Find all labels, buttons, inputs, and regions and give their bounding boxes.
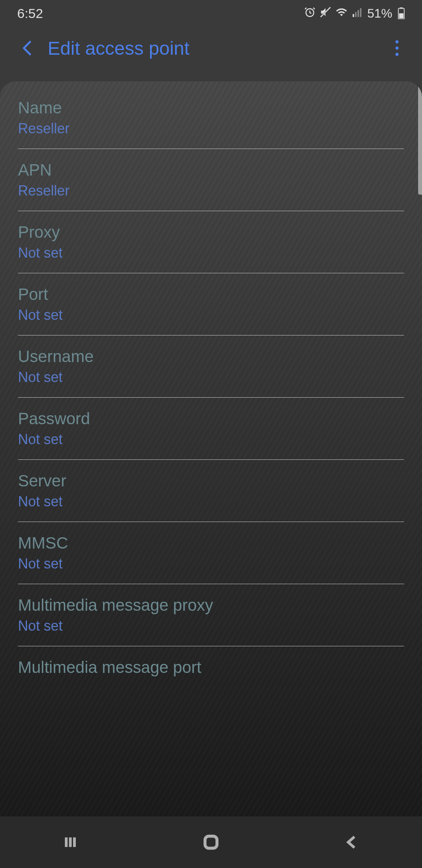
list-item-username[interactable]: UsernameNot set <box>18 335 404 398</box>
battery-percent: 51% <box>367 6 392 21</box>
item-label: Multimedia message port <box>18 658 404 677</box>
list-item-apn[interactable]: APNReseller <box>18 149 404 211</box>
mute-icon <box>320 6 331 21</box>
item-label: MMSC <box>18 534 404 552</box>
alarm-icon <box>304 6 316 21</box>
status-time: 6:52 <box>17 6 43 21</box>
item-label: Multimedia message proxy <box>18 596 404 615</box>
svg-point-10 <box>395 40 399 43</box>
list-item-name[interactable]: NameReseller <box>18 81 404 149</box>
item-label: Username <box>18 347 404 366</box>
svg-rect-3 <box>352 14 354 17</box>
signal-icon <box>352 6 363 21</box>
app-header: Edit access point <box>0 27 422 70</box>
svg-rect-9 <box>399 13 403 18</box>
item-value: Reseller <box>18 183 404 199</box>
item-value: Not set <box>18 369 404 386</box>
item-label: APN <box>18 161 404 179</box>
wifi-icon <box>335 6 348 21</box>
item-value: Reseller <box>18 120 404 137</box>
home-button[interactable] <box>199 830 223 854</box>
svg-rect-5 <box>358 10 359 17</box>
item-label: Server <box>18 472 404 490</box>
back-button[interactable] <box>17 38 37 58</box>
more-options-button[interactable] <box>389 36 405 60</box>
svg-rect-16 <box>205 836 217 848</box>
item-value: Not set <box>18 431 404 448</box>
list-item-port[interactable]: PortNot set <box>18 273 404 335</box>
navigation-bar <box>0 816 422 868</box>
item-value: Not set <box>18 493 404 510</box>
scroll-indicator[interactable] <box>418 81 422 195</box>
svg-rect-6 <box>360 8 361 17</box>
list-item-mmsc[interactable]: MMSCNot set <box>18 522 404 584</box>
item-label: Name <box>18 99 404 117</box>
list-item-server[interactable]: ServerNot set <box>18 460 404 522</box>
item-label: Proxy <box>18 223 404 242</box>
recents-button[interactable] <box>59 830 82 854</box>
status-bar: 6:52 51% <box>0 0 422 27</box>
svg-point-11 <box>395 47 399 50</box>
nav-back-button[interactable] <box>340 830 363 854</box>
battery-icon <box>398 7 405 19</box>
item-value: Not set <box>18 556 404 572</box>
status-icons: 51% <box>304 6 405 21</box>
svg-rect-4 <box>355 12 357 17</box>
list-item-mms-proxy[interactable]: Multimedia message proxyNot set <box>18 584 404 646</box>
list-item-mms-port[interactable]: Multimedia message port <box>18 646 404 692</box>
page-title: Edit access point <box>48 38 389 59</box>
svg-point-12 <box>395 53 399 56</box>
item-value: Not set <box>18 618 404 634</box>
item-label: Password <box>18 409 404 428</box>
item-value: Not set <box>18 245 404 261</box>
list-item-proxy[interactable]: ProxyNot set <box>18 211 404 273</box>
list-item-password[interactable]: PasswordNot set <box>18 398 404 460</box>
settings-list: NameResellerAPNResellerProxyNot setPortN… <box>0 81 422 816</box>
item-label: Port <box>18 285 404 304</box>
item-value: Not set <box>18 307 404 323</box>
svg-rect-8 <box>400 7 403 9</box>
